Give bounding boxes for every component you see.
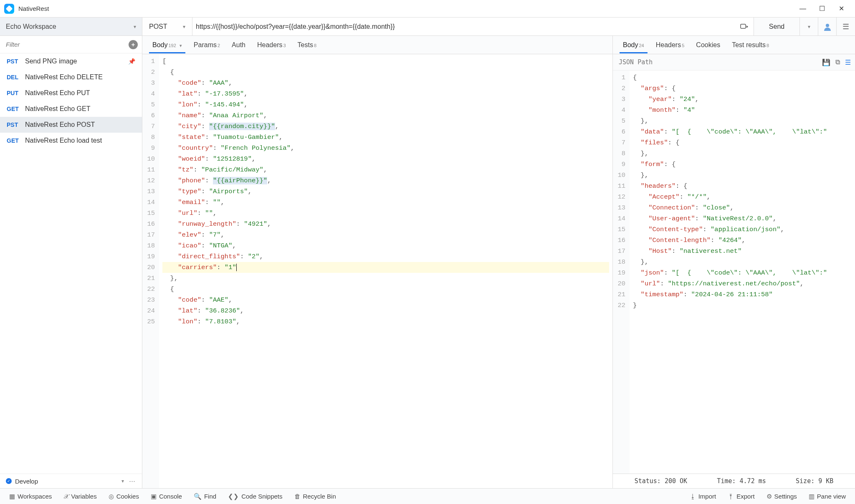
chevron-down-icon: ▾ — [121, 478, 124, 484]
tab-body[interactable]: Body192▾ — [147, 37, 188, 53]
sidebar: + PSTSend PNG image📌DELNativeRest Echo D… — [0, 36, 142, 488]
cookies-icon: ◎ — [109, 493, 114, 500]
workspaces-icon: ▦ — [9, 493, 15, 500]
tab-test-results[interactable]: Test results8 — [726, 37, 775, 53]
status-size: Size: 9 KB — [796, 477, 833, 485]
url-input[interactable]: https://{{host}}/echo/post?year={{date.y… — [196, 23, 739, 30]
sidebar-item-request[interactable]: DELNativeRest Echo DELETE — [0, 69, 142, 85]
app-title: NativeRest — [18, 5, 49, 12]
find-icon: 🔍 — [194, 493, 202, 500]
bottombar-cookies[interactable]: ◎Cookies — [103, 493, 145, 500]
send-button[interactable]: Send — [754, 18, 800, 35]
tab-badge: 5 — [682, 43, 684, 48]
tab-auth[interactable]: Auth — [226, 37, 251, 53]
send-options-button[interactable]: ▾ — [800, 18, 818, 35]
tab-badge: 8 — [314, 43, 316, 48]
bottombar-console[interactable]: ▣Console — [145, 493, 188, 500]
response-panel: Body24Headers5CookiesTest results8 💾 ⧉ ☰… — [613, 36, 855, 488]
bottombar-variables[interactable]: 𝒳Variables — [58, 493, 102, 500]
environment-name: Develop — [15, 478, 38, 485]
workspace-select[interactable]: Echo Workspace ▾ — [0, 18, 142, 35]
status-code: Status: 200 OK — [635, 477, 687, 485]
more-icon[interactable]: ⋯ — [129, 477, 136, 485]
request-tabs: Body192▾Params2AuthHeaders3Tests8 — [142, 36, 612, 54]
pin-icon[interactable]: 📌 — [128, 58, 135, 65]
add-request-button[interactable]: + — [129, 40, 138, 49]
import-icon: ⭳ — [690, 493, 696, 500]
request-method-badge: DEL — [7, 74, 25, 81]
variables-icon: 𝒳 — [63, 493, 68, 500]
format-icon[interactable]: ☰ — [845, 58, 851, 66]
workspace-name: Echo Workspace — [6, 23, 56, 30]
tab-headers[interactable]: Headers5 — [650, 37, 691, 53]
url-input-wrap: https://{{host}}/echo/post?year={{date.y… — [192, 18, 754, 35]
request-method-badge: PST — [7, 58, 25, 65]
hamburger-menu-button[interactable]: ☰ — [837, 18, 855, 35]
topbar: Echo Workspace ▾ POST ▾ https://{{host}}… — [0, 18, 855, 36]
sidebar-item-request[interactable]: GETNativeRest Echo GET — [0, 101, 142, 117]
window-maximize-icon[interactable]: ☐ — [812, 0, 832, 18]
sidebar-item-request[interactable]: GETNativeRest Echo load test — [0, 133, 142, 149]
status-time: Time: 4.72 ms — [717, 477, 766, 485]
chevron-down-icon: ▾ — [183, 24, 185, 30]
bottombar-workspaces[interactable]: ▦Workspaces — [3, 493, 58, 500]
tab-cookies[interactable]: Cookies — [690, 37, 726, 53]
window-close-icon[interactable]: ✕ — [832, 0, 851, 18]
method-value: POST — [149, 23, 167, 30]
sidebar-item-request[interactable]: PSTSend PNG image📌 — [0, 53, 142, 69]
titlebar: NativeRest ― ☐ ✕ — [0, 0, 855, 18]
bottombar-import[interactable]: ⭳Import — [684, 493, 722, 500]
method-select[interactable]: POST ▾ — [142, 18, 192, 35]
tab-body[interactable]: Body24 — [617, 37, 650, 53]
export-icon: ⭱ — [728, 493, 734, 500]
svg-point-1 — [826, 24, 829, 27]
response-viewer[interactable]: 12345678910111213141516171819202122 { "a… — [613, 71, 855, 474]
pane-view-icon: ▥ — [809, 493, 815, 500]
request-method-badge: PUT — [7, 90, 25, 96]
bottombar: ▦Workspaces𝒳Variables◎Cookies▣Console🔍Fi… — [0, 488, 855, 504]
chevron-down-icon: ▾ — [180, 43, 182, 48]
filter-input[interactable] — [4, 38, 129, 50]
response-tabs: Body24Headers5CookiesTest results8 — [613, 36, 855, 54]
sidebar-item-request[interactable]: PUTNativeRest Echo PUT — [0, 85, 142, 101]
environment-select[interactable]: ✓ Develop ▾ ⋯ — [0, 474, 142, 488]
request-name: NativeRest Echo PUT — [25, 89, 90, 97]
settings-icon: ⚙ — [766, 493, 772, 500]
recycle-bin-icon: 🗑 — [294, 493, 301, 500]
tab-badge: 3 — [283, 43, 286, 48]
request-name: NativeRest Echo load test — [25, 137, 102, 144]
tab-badge: 192 — [168, 43, 176, 48]
bottombar-export[interactable]: ⭱Export — [722, 493, 760, 500]
window-minimize-icon[interactable]: ― — [793, 0, 812, 18]
jsonpath-input[interactable] — [617, 57, 822, 68]
save-icon[interactable]: 💾 — [822, 58, 830, 66]
request-name: Send PNG image — [25, 58, 77, 65]
tab-tests[interactable]: Tests8 — [292, 37, 322, 53]
chevron-down-icon: ▾ — [134, 24, 136, 30]
request-name: NativeRest Echo POST — [25, 121, 95, 129]
user-button[interactable] — [818, 18, 837, 35]
bottombar-code-snippets[interactable]: ❮❯Code Snippets — [222, 493, 288, 500]
copy-icon[interactable]: ⧉ — [835, 58, 840, 66]
code-snippets-icon: ❮❯ — [228, 493, 239, 500]
tab-headers[interactable]: Headers3 — [251, 37, 292, 53]
bottombar-settings[interactable]: ⚙Settings — [761, 493, 803, 500]
request-method-badge: PST — [7, 121, 25, 128]
bottombar-recycle-bin[interactable]: 🗑Recycle Bin — [288, 493, 342, 500]
app-logo-icon — [4, 4, 14, 14]
tab-params[interactable]: Params2 — [188, 37, 226, 53]
bottombar-find[interactable]: 🔍Find — [188, 493, 222, 500]
request-name: NativeRest Echo GET — [25, 105, 91, 113]
tab-badge: 2 — [218, 43, 220, 48]
request-panel: Body192▾Params2AuthHeaders3Tests8 123456… — [142, 36, 613, 488]
tab-badge: 8 — [766, 43, 769, 48]
console-icon: ▣ — [151, 493, 157, 500]
body-editor[interactable]: 1234567891011121314151617181920212223242… — [142, 54, 612, 488]
sidebar-item-request[interactable]: PSTNativeRest Echo POST — [0, 117, 142, 133]
request-list: PSTSend PNG image📌DELNativeRest Echo DEL… — [0, 53, 142, 474]
check-icon: ✓ — [6, 478, 12, 484]
svg-rect-0 — [741, 24, 746, 28]
env-vars-icon[interactable] — [739, 21, 750, 33]
request-method-badge: GET — [7, 137, 25, 144]
bottombar-pane-view[interactable]: ▥Pane view — [803, 493, 852, 500]
